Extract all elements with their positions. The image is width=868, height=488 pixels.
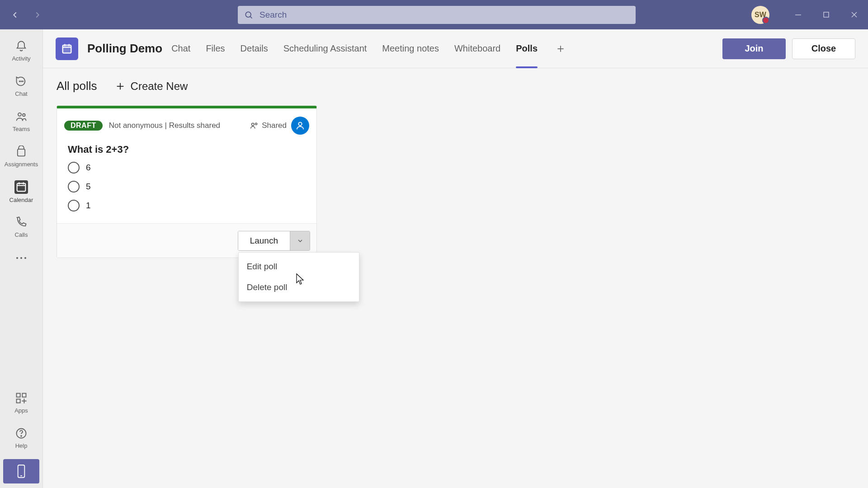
people-icon	[249, 121, 259, 131]
chevron-down-icon	[297, 237, 304, 244]
tab-whiteboard[interactable]: Whiteboard	[454, 29, 500, 68]
rail-more-icon[interactable]	[0, 244, 42, 272]
svg-point-25	[21, 435, 22, 436]
titlebar: SW	[0, 0, 868, 29]
nav-forward-icon[interactable]	[33, 10, 42, 20]
svg-rect-28	[63, 45, 71, 53]
poll-card: DRAFT Not anonymous | Results shared Sha…	[57, 106, 317, 258]
join-button[interactable]: Join	[722, 38, 786, 59]
shared-label-text: Shared	[262, 121, 287, 130]
launch-split-button: Launch Edit poll Delete poll	[238, 231, 310, 251]
tab-details[interactable]: Details	[241, 29, 268, 68]
svg-point-37	[255, 123, 257, 125]
launch-button[interactable]: Launch	[238, 231, 290, 250]
user-avatar[interactable]: SW	[751, 6, 769, 24]
plus-icon	[115, 81, 125, 91]
svg-rect-11	[18, 149, 25, 156]
meeting-title: Polling Demo	[87, 42, 162, 56]
svg-point-7	[21, 81, 21, 81]
rail-activity[interactable]: Activity	[0, 33, 42, 68]
svg-point-10	[23, 113, 25, 116]
poll-option[interactable]: 5	[68, 181, 306, 192]
window-maximize-icon[interactable]	[812, 0, 840, 29]
svg-point-18	[24, 257, 26, 259]
rail-calendar[interactable]: Calendar	[0, 174, 42, 209]
poll-option-label: 1	[86, 201, 91, 211]
search-box[interactable]	[238, 6, 636, 24]
rail-label: Teams	[13, 126, 30, 132]
rail-label: Chat	[15, 90, 27, 97]
poll-owner-avatar[interactable]	[291, 117, 309, 135]
tab-polls[interactable]: Polls	[516, 29, 538, 68]
radio-icon	[68, 181, 80, 192]
poll-option-label: 6	[86, 163, 91, 173]
rail-label: Assignments	[5, 161, 38, 168]
menu-edit-poll[interactable]: Edit poll	[239, 256, 359, 277]
meeting-calendar-icon	[56, 38, 78, 60]
svg-rect-19	[17, 393, 20, 397]
launch-dropdown-toggle[interactable]	[290, 231, 310, 250]
rail-mobile-app-tile[interactable]	[3, 459, 39, 483]
polls-header-title: All polls	[57, 79, 97, 93]
poll-option[interactable]: 6	[68, 162, 306, 174]
rail-calls[interactable]: Calls	[0, 209, 42, 244]
close-button[interactable]: Close	[792, 38, 855, 59]
app-rail: Activity Chat Teams Assignments Calendar…	[0, 29, 43, 488]
tab-files[interactable]: Files	[206, 29, 225, 68]
add-tab-icon[interactable]	[556, 44, 566, 54]
svg-point-0	[245, 12, 251, 17]
window-minimize-icon[interactable]	[784, 0, 812, 29]
svg-rect-21	[17, 399, 20, 403]
svg-rect-3	[824, 12, 829, 17]
rail-assignments[interactable]: Assignments	[0, 139, 42, 174]
draft-badge: DRAFT	[64, 121, 103, 131]
radio-icon	[68, 200, 80, 211]
svg-line-1	[250, 16, 252, 18]
radio-icon	[68, 162, 80, 174]
polls-panel: All polls Create New DRAFT Not anonymous…	[43, 68, 868, 488]
shared-indicator: Shared	[249, 121, 287, 131]
svg-rect-12	[17, 183, 26, 191]
svg-point-8	[23, 81, 23, 81]
meeting-tabs: Chat Files Details Scheduling Assistant …	[171, 29, 566, 68]
rail-label: Activity	[12, 55, 30, 62]
launch-dropdown-menu: Edit poll Delete poll	[238, 252, 359, 302]
poll-question: What is 2+3?	[57, 139, 316, 162]
create-new-label: Create New	[131, 80, 188, 93]
rail-chat[interactable]: Chat	[0, 68, 42, 103]
poll-meta-text: Not anonymous | Results shared	[109, 121, 220, 130]
rail-teams[interactable]: Teams	[0, 103, 42, 139]
poll-option-label: 5	[86, 182, 91, 192]
svg-point-6	[19, 81, 20, 81]
menu-delete-poll[interactable]: Delete poll	[239, 277, 359, 298]
meeting-header: Polling Demo Chat Files Details Scheduli…	[43, 29, 868, 68]
svg-point-36	[252, 123, 255, 126]
window-close-icon[interactable]	[840, 0, 868, 29]
rail-label: Apps	[14, 407, 28, 414]
person-icon	[295, 121, 305, 131]
rail-apps[interactable]: Apps	[0, 385, 42, 420]
tab-scheduling-assistant[interactable]: Scheduling Assistant	[283, 29, 367, 68]
svg-point-9	[18, 113, 21, 116]
rail-help[interactable]: Help	[0, 420, 42, 455]
rail-label: Calls	[15, 231, 28, 238]
rail-label: Help	[15, 442, 28, 449]
tab-chat[interactable]: Chat	[171, 29, 190, 68]
svg-point-16	[16, 257, 18, 259]
search-input[interactable]	[259, 10, 629, 20]
svg-rect-20	[22, 393, 26, 397]
nav-back-icon[interactable]	[10, 10, 20, 20]
create-new-poll[interactable]: Create New	[115, 80, 188, 93]
svg-point-38	[298, 122, 302, 126]
tab-meeting-notes[interactable]: Meeting notes	[382, 29, 439, 68]
svg-point-17	[20, 257, 22, 259]
poll-option[interactable]: 1	[68, 200, 306, 211]
search-icon	[244, 10, 253, 19]
rail-label: Calendar	[9, 197, 33, 203]
